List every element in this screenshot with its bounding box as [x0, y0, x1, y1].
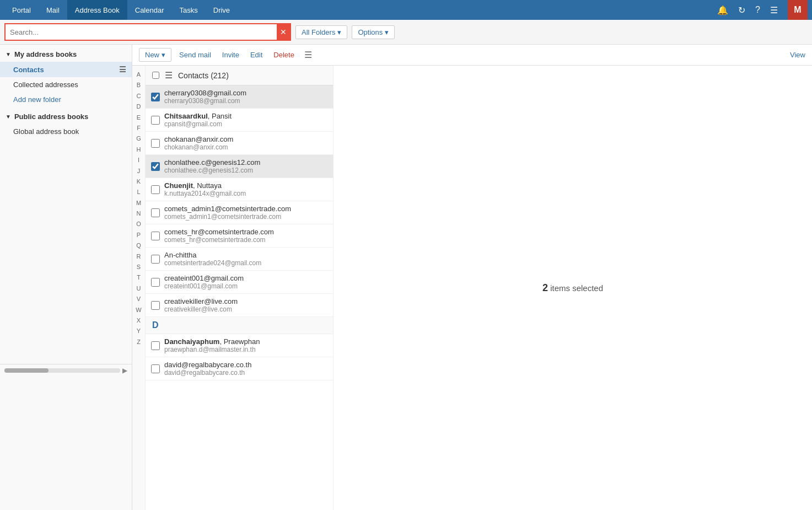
alpha-Z[interactable]: Z	[136, 337, 142, 347]
contact-email: cpansit@gmail.com	[164, 120, 327, 128]
nav-portal[interactable]: Portal	[4, 0, 39, 20]
my-address-books-header[interactable]: ▼ My address books	[0, 45, 132, 62]
table-row[interactable]: comets_hr@cometsintertrade.com comets_hr…	[146, 224, 333, 248]
alpha-H[interactable]: H	[136, 145, 142, 154]
nav-tasks[interactable]: Tasks	[172, 0, 206, 20]
delete-button[interactable]: Delete	[270, 49, 298, 61]
table-row[interactable]: cherrary0308@gmail.com cherrary0308@gmai…	[146, 85, 333, 109]
alpha-F[interactable]: F	[136, 124, 142, 133]
contact-checkbox[interactable]	[151, 208, 160, 217]
alpha-L[interactable]: L	[136, 187, 141, 197]
menu-icon[interactable]: ☰	[768, 3, 780, 18]
table-row[interactable]: creativekiller@live.com creativekiller@l…	[146, 294, 333, 317]
contacts-menu-icon[interactable]: ☰	[119, 65, 126, 74]
contact-email: creativekiller@live.com	[164, 305, 327, 313]
alpha-J[interactable]: J	[136, 167, 142, 176]
view-button[interactable]: View	[790, 51, 805, 59]
alpha-Q[interactable]: Q	[135, 241, 142, 250]
sidebar-item-contacts[interactable]: Contacts ☰	[0, 62, 132, 77]
alpha-X[interactable]: X	[136, 316, 142, 325]
top-nav: Portal Mail Address Book Calendar Tasks …	[0, 0, 812, 20]
content-area: New ▾ Send mail Invite Edit Delete ☰ Vie…	[132, 45, 812, 510]
new-button[interactable]: New ▾	[139, 48, 171, 62]
contact-checkbox[interactable]	[151, 278, 160, 287]
contact-checkbox[interactable]	[151, 139, 160, 148]
contact-name: david@regalbabycare.co.th	[164, 361, 327, 369]
alpha-U[interactable]: U	[136, 284, 142, 293]
contact-info: comets_hr@cometsintertrade.com comets_hr…	[164, 228, 327, 244]
refresh-icon[interactable]: ↻	[736, 3, 748, 18]
contact-list-area: A B C D E F G H I J K L M N O P Q R S T	[132, 66, 812, 510]
contact-checkbox[interactable]	[151, 341, 160, 350]
items-selected-text: 2 items selected	[542, 282, 603, 294]
all-folders-button[interactable]: All Folders ▾	[295, 25, 347, 39]
alpha-A[interactable]: A	[136, 70, 142, 79]
table-row[interactable]: Danchaiyaphum, Praewphan praewphan.d@mai…	[146, 334, 333, 357]
alpha-C[interactable]: C	[136, 92, 142, 101]
public-address-books-header[interactable]: ▼ Public address books	[0, 107, 132, 124]
send-mail-button[interactable]: Send mail	[176, 49, 214, 61]
table-row[interactable]: chokanan@anxir.com chokanan@anxir.com	[146, 132, 333, 155]
alpha-W[interactable]: W	[135, 305, 142, 315]
expand-arrow-icon: ▼	[6, 51, 11, 57]
contact-checkbox[interactable]	[151, 255, 160, 264]
nav-addressbook[interactable]: Address Book	[67, 0, 127, 20]
table-row[interactable]: chonlathee.c@genesis12.com chonlathee.c@…	[146, 155, 333, 178]
alpha-K[interactable]: K	[136, 177, 142, 186]
toolbar-more-icon[interactable]: ☰	[302, 50, 314, 60]
contact-email: praewphan.d@mailmaster.in.th	[164, 346, 327, 353]
nav-drive[interactable]: Drive	[206, 0, 238, 20]
contact-checkbox[interactable]	[151, 185, 160, 194]
top-nav-icons: 🔔 ↻ ? ☰ M	[715, 0, 808, 20]
add-new-folder-link[interactable]: Add new folder	[0, 92, 132, 107]
alpha-G[interactable]: G	[135, 134, 142, 143]
contact-email: comets_hr@cometsintertrade.com	[164, 236, 327, 244]
alpha-I[interactable]: I	[137, 155, 141, 165]
table-row[interactable]: david@regalbabycare.co.th david@regalbab…	[146, 357, 333, 380]
contact-checkbox[interactable]	[151, 232, 160, 240]
alpha-V[interactable]: V	[136, 294, 142, 304]
contact-info: chonlathee.c@genesis12.com chonlathee.c@…	[164, 158, 327, 174]
list-view-icon: ☰	[165, 70, 173, 80]
alpha-R[interactable]: R	[136, 252, 142, 261]
nav-mail[interactable]: Mail	[39, 0, 67, 20]
alpha-D[interactable]: D	[136, 102, 142, 111]
alpha-S[interactable]: S	[136, 262, 142, 272]
table-row[interactable]: An-chittha cometsintertrade024@gmail.com	[146, 248, 333, 271]
alpha-O[interactable]: O	[135, 219, 142, 229]
alpha-M[interactable]: M	[135, 198, 142, 208]
search-input[interactable]	[6, 28, 277, 36]
alpha-T[interactable]: T	[136, 273, 142, 282]
nav-calendar[interactable]: Calendar	[127, 0, 172, 20]
bell-icon[interactable]: 🔔	[715, 3, 730, 18]
contact-name: Chuenjit, Nuttaya	[164, 181, 327, 190]
contact-email: comets_admin1@cometsintertrade.com	[164, 213, 327, 221]
table-row[interactable]: Chuenjit, Nuttaya k.nuttaya2014x@gmail.c…	[146, 178, 333, 201]
contact-email: createint001@gmail.com	[164, 282, 327, 290]
contact-checkbox[interactable]	[151, 364, 160, 373]
invite-button[interactable]: Invite	[219, 49, 243, 61]
table-row[interactable]: Chitsaardkul, Pansit cpansit@gmail.com	[146, 109, 333, 132]
table-row[interactable]: comets_admin1@cometsintertrade.com comet…	[146, 201, 333, 224]
contact-checkbox[interactable]	[151, 301, 160, 310]
contact-checkbox[interactable]	[151, 116, 160, 125]
contact-checkbox[interactable]	[151, 93, 160, 101]
select-all-checkbox[interactable]	[152, 72, 159, 79]
horizontal-scrollbar[interactable]	[4, 368, 120, 373]
table-row[interactable]: createint001@gmail.com createint001@gmai…	[146, 271, 333, 294]
chevron-down-icon: ▾	[337, 28, 341, 36]
alpha-N[interactable]: N	[136, 209, 142, 218]
contact-checkbox[interactable]	[151, 162, 160, 171]
alpha-Y[interactable]: Y	[136, 326, 142, 336]
help-icon[interactable]: ?	[753, 3, 762, 17]
alpha-B[interactable]: B	[136, 80, 142, 90]
contact-list[interactable]: ☰ Contacts (212) cherrary0308@gmail.com …	[146, 66, 333, 510]
edit-button[interactable]: Edit	[247, 49, 266, 61]
sidebar-item-collected-addresses[interactable]: Collected addresses	[0, 77, 132, 92]
alpha-E[interactable]: E	[136, 113, 142, 122]
options-button[interactable]: Options ▾	[352, 25, 395, 39]
scroll-right-icon[interactable]: ▶	[122, 367, 127, 374]
search-clear-button[interactable]: ✕	[277, 24, 290, 40]
alpha-P[interactable]: P	[136, 230, 142, 240]
sidebar-item-global-address-book[interactable]: Global address book	[0, 124, 132, 139]
